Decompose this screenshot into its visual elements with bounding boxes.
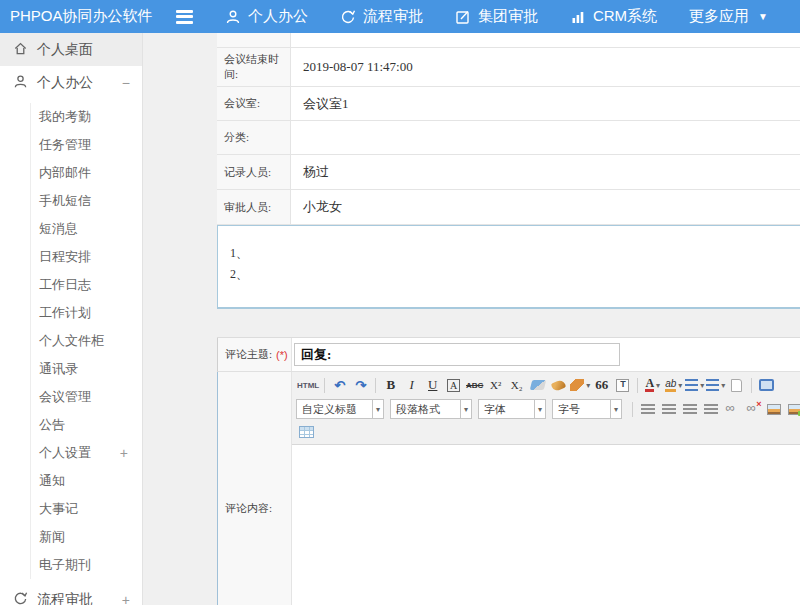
unlink-icon[interactable] — [743, 399, 762, 419]
image-icon[interactable] — [764, 399, 783, 419]
sidebar-item-工作日志[interactable]: 工作日志 — [31, 271, 142, 299]
blockquote-icon[interactable]: 66 — [592, 375, 611, 395]
paste-text-icon[interactable] — [613, 375, 632, 395]
font-box-icon[interactable]: A — [444, 375, 463, 395]
sidebar-item-任务管理[interactable]: 任务管理 — [31, 131, 142, 159]
form-label: 会议室: — [217, 87, 291, 120]
editor-select-3[interactable]: 字号▾ — [552, 399, 622, 419]
sidebar-item-通讯录[interactable]: 通讯录 — [31, 355, 142, 383]
icon-shape — [299, 426, 314, 438]
nav-item-more-apps[interactable]: 更多应用 ▼ — [689, 7, 768, 26]
toolbar-separator — [375, 378, 376, 393]
sidebar-item-日程安排[interactable]: 日程安排 — [31, 243, 142, 271]
bold-icon[interactable]: B — [381, 375, 400, 395]
color-wand-icon[interactable]: ▾ — [570, 375, 590, 395]
sidebar-item-内部邮件[interactable]: 内部邮件 — [31, 159, 142, 187]
sidebar-item-公告[interactable]: 公告 — [31, 411, 142, 439]
collapse-icon[interactable]: − — [122, 75, 130, 91]
expand-icon[interactable]: + — [120, 439, 128, 467]
form-row: 会议室:会议室1 — [217, 87, 800, 121]
sidebar-item-电子期刊[interactable]: 电子期刊 — [31, 551, 142, 579]
sidebar-item-工作计划[interactable]: 工作计划 — [31, 299, 142, 327]
icon-shape — [746, 403, 760, 415]
comment-subject-label: 评论主题: (*) — [218, 338, 292, 371]
icon-glyph: ↷ — [355, 378, 366, 393]
sidebar: 个人桌面 个人办公 − 我的考勤任务管理内部邮件手机短信短消息日程安排工作日志工… — [0, 33, 143, 605]
sidebar-item-我的考勤[interactable]: 我的考勤 — [31, 103, 142, 131]
sidebar-item-短消息[interactable]: 短消息 — [31, 215, 142, 243]
align-center-icon[interactable] — [659, 399, 678, 419]
app-title: PHPOA协同办公软件 — [10, 7, 168, 26]
new-page-icon[interactable] — [727, 375, 746, 395]
html-source-button[interactable]: HTML — [297, 375, 319, 395]
unordered-list-icon[interactable]: ▾ — [706, 375, 725, 395]
table-icon[interactable] — [297, 422, 316, 442]
edit-icon — [455, 9, 471, 25]
caret-down-icon[interactable]: ▾ — [372, 400, 383, 418]
form-value: 小龙女 — [291, 190, 800, 224]
redo-icon[interactable]: ↷ — [351, 375, 370, 395]
align-left-icon[interactable] — [638, 399, 657, 419]
select-label: 字号 — [558, 402, 605, 417]
icon-glyph: U — [428, 377, 437, 393]
sidebar-item-desktop[interactable]: 个人桌面 — [0, 33, 142, 66]
sidebar-item-个人设置[interactable]: 个人设置+ — [31, 439, 142, 467]
sidebar-item-大事记[interactable]: 大事记 — [31, 495, 142, 523]
ordered-list-icon[interactable]: ▾ — [685, 375, 704, 395]
caret-down-icon[interactable]: ▾ — [460, 400, 471, 418]
editor-select-0[interactable]: 自定义标题▾ — [296, 399, 384, 419]
superscript-icon[interactable]: X² — [486, 375, 505, 395]
comment-content-row: 评论内容: HTML↶↷BIUAABCX²X₂▾66A▾ab▾▾▾ 自定义标题▾… — [217, 372, 800, 605]
nav-item-group-approval[interactable]: 集团审批 — [455, 7, 538, 26]
caret-down-icon: ▼ — [758, 11, 768, 22]
link-icon[interactable] — [722, 399, 741, 419]
required-mark: (*) — [276, 349, 288, 361]
main-content: 会议结束时间:2019-08-07 11:47:00会议室:会议室1分类:记录人… — [217, 33, 800, 605]
sidebar-item-label: 手机短信 — [39, 193, 91, 208]
strikethrough-icon[interactable]: ABC — [465, 375, 484, 395]
align-right-icon[interactable] — [680, 399, 699, 419]
sidebar-item-workflow-approval[interactable]: 流程审批 + — [0, 583, 142, 605]
icon-shape — [529, 380, 545, 390]
person-icon — [225, 9, 241, 25]
hamburger-menu-icon[interactable] — [176, 10, 193, 24]
expand-icon[interactable]: + — [122, 592, 130, 605]
editor-toolbar-row2: 自定义标题▾段落格式▾字体▾字号▾ — [296, 397, 800, 421]
caret-down-icon[interactable]: ▾ — [534, 400, 545, 418]
sidebar-item-personal-office[interactable]: 个人办公 − — [0, 66, 142, 99]
insert-image-icon[interactable] — [785, 399, 800, 419]
subscript-icon[interactable]: X₂ — [507, 375, 526, 395]
sidebar-item-手机短信[interactable]: 手机短信 — [31, 187, 142, 215]
sidebar-item-个人文件柜[interactable]: 个人文件柜 — [31, 327, 142, 355]
undo-icon[interactable]: ↶ — [330, 375, 349, 395]
font-color-icon[interactable]: A▾ — [643, 375, 662, 395]
form-row: 分类: — [217, 121, 800, 155]
underline-icon[interactable]: U — [423, 375, 442, 395]
justify-icon[interactable] — [701, 399, 720, 419]
sidebar-item-label: 个人桌面 — [37, 41, 93, 59]
preview-icon[interactable] — [757, 375, 776, 395]
sidebar-item-新闻[interactable]: 新闻 — [31, 523, 142, 551]
format-brush-icon[interactable] — [549, 375, 568, 395]
nav-item-crm[interactable]: CRM系统 — [570, 7, 657, 26]
nav-item-personal-office[interactable]: 个人办公 — [225, 7, 308, 26]
editor-content-area[interactable] — [292, 445, 800, 605]
sidebar-item-label: 个人文件柜 — [39, 333, 104, 348]
person-icon — [13, 74, 28, 92]
home-icon — [13, 41, 28, 59]
italic-icon[interactable]: I — [402, 375, 421, 395]
sidebar-item-通知[interactable]: 通知 — [31, 467, 142, 495]
icon-glyph: ↶ — [334, 378, 345, 393]
editor-select-1[interactable]: 段落格式▾ — [390, 399, 472, 419]
caret-down-icon[interactable]: ▾ — [610, 400, 621, 418]
form-label: 审批人员: — [217, 190, 291, 224]
sidebar-item-会议管理[interactable]: 会议管理 — [31, 383, 142, 411]
eraser-icon[interactable] — [528, 375, 547, 395]
editor-select-2[interactable]: 字体▾ — [478, 399, 546, 419]
comment-subject-input[interactable] — [294, 343, 620, 366]
nav-item-workflow-approval[interactable]: 流程审批 — [340, 7, 423, 26]
sidebar-item-label: 通知 — [39, 473, 65, 488]
highlight-color-icon[interactable]: ab▾ — [664, 375, 683, 395]
form-label: 记录人员: — [217, 155, 291, 189]
icon-glyph: 66 — [595, 377, 608, 393]
